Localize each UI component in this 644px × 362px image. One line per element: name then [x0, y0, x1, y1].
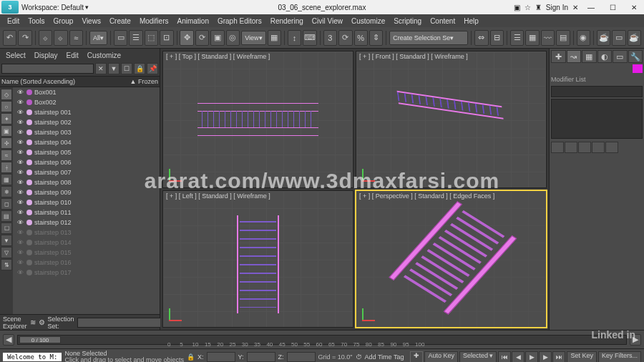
- list-item[interactable]: 👁stairstep 015: [13, 248, 160, 258]
- filter-xref-icon[interactable]: ☐: [1, 222, 12, 234]
- link-icon[interactable]: ⟐: [39, 30, 52, 46]
- filter-bone-icon[interactable]: ⟊: [1, 162, 12, 173]
- angle-snap-icon[interactable]: ⟳: [338, 30, 352, 46]
- schematic-icon[interactable]: ▤: [556, 30, 570, 46]
- named-selection-dropdown[interactable]: Create Selection Se ▾: [389, 31, 468, 45]
- create-tab-icon[interactable]: ✚: [551, 50, 566, 63]
- redo-icon[interactable]: ↷: [18, 30, 31, 46]
- sign-in-link[interactable]: Sign In: [546, 4, 568, 11]
- se-menu-customize[interactable]: Customize: [83, 52, 125, 59]
- viewport-left[interactable]: [ + ] [ Left ] [ Standard ] [ Wireframe …: [162, 190, 353, 328]
- tb-icon[interactable]: ▣: [514, 4, 520, 11]
- visibility-icon[interactable]: 👁: [16, 129, 24, 136]
- visibility-icon[interactable]: 👁: [16, 159, 24, 166]
- filter-camera-icon[interactable]: ▣: [1, 125, 12, 137]
- object-color-swatch[interactable]: [633, 64, 643, 73]
- list-item[interactable]: 👁stairstep 005: [13, 147, 160, 157]
- selection-set-dropdown[interactable]: [77, 318, 162, 328]
- pin-icon[interactable]: 📌: [147, 63, 158, 74]
- toggle-ribbon-icon[interactable]: ▦: [525, 30, 539, 46]
- filter-light-icon[interactable]: ✦: [1, 113, 12, 124]
- menu-rendering[interactable]: Rendering: [266, 17, 308, 25]
- next-frame-icon[interactable]: ▶: [539, 351, 552, 363]
- list-item[interactable]: 👁stairstep 004: [13, 137, 160, 147]
- curve-editor-icon[interactable]: 〰: [541, 30, 555, 46]
- undo-icon[interactable]: ↶: [3, 30, 16, 46]
- select-icon[interactable]: ▭: [114, 30, 127, 46]
- filter-space-icon[interactable]: ≈: [1, 150, 12, 161]
- viewport-top[interactable]: [ + ] [ Top ] [ Standard ] [ Wireframe ]: [162, 51, 353, 188]
- tb-icon[interactable]: ☆: [525, 4, 531, 11]
- viewport-front[interactable]: [ + ] [ Front ] [ Standard ] [ Wireframe…: [356, 51, 547, 188]
- filter-all-icon[interactable]: ▼: [1, 235, 12, 246]
- list-item[interactable]: 👁stairstep 001: [13, 107, 160, 117]
- clear-search-icon[interactable]: ✕: [95, 63, 107, 74]
- filter-container-icon[interactable]: ▦: [1, 174, 12, 185]
- add-time-tag[interactable]: Add Time Tag: [365, 353, 404, 361]
- time-slider-knob[interactable]: 0 / 100: [19, 336, 61, 343]
- mirror-icon[interactable]: ⇔: [474, 30, 488, 46]
- coord-x-input[interactable]: [207, 352, 235, 362]
- selected-key-dropdown[interactable]: Selected ▾: [459, 351, 497, 363]
- list-item[interactable]: 👁stairstep 016: [13, 258, 160, 268]
- visibility-icon[interactable]: 👁: [16, 239, 24, 246]
- search-input[interactable]: [1, 64, 94, 74]
- filter-invert-icon[interactable]: ⇅: [1, 259, 12, 270]
- se-menu-edit[interactable]: Edit: [62, 52, 83, 59]
- utilities-tab-icon[interactable]: 🔧: [628, 50, 643, 63]
- filter-hidden-icon[interactable]: ◻: [1, 198, 12, 210]
- list-item[interactable]: 👁Box002: [13, 97, 160, 107]
- visibility-icon[interactable]: 👁: [16, 259, 24, 266]
- hierarchy-tab-icon[interactable]: ▦: [582, 50, 597, 63]
- render-frame-icon[interactable]: ▭: [612, 30, 625, 46]
- se-menu-select[interactable]: Select: [1, 52, 30, 59]
- filter-group-icon[interactable]: ▤: [1, 210, 12, 222]
- layer-explorer-icon[interactable]: ☰: [510, 30, 524, 46]
- close-button[interactable]: ✕: [625, 4, 643, 11]
- filter-geom-icon[interactable]: ◇: [1, 89, 12, 100]
- menu-modifiers[interactable]: Modifiers: [135, 17, 173, 25]
- lock-icon[interactable]: 🔒: [134, 63, 145, 74]
- spinner-snap-icon[interactable]: ⇕: [369, 30, 383, 46]
- list-item[interactable]: 👁stairstep 010: [13, 197, 160, 207]
- view-icon[interactable]: ☐: [121, 63, 132, 74]
- select-name-icon[interactable]: ☰: [129, 30, 142, 46]
- tb-icon[interactable]: ♜: [535, 4, 542, 11]
- unlink-icon[interactable]: ⟐: [54, 30, 67, 46]
- move-icon[interactable]: ✥: [180, 30, 193, 46]
- help-icon[interactable]: ✕: [572, 4, 578, 11]
- filter-shape-icon[interactable]: ○: [1, 101, 12, 112]
- ref-coord-dropdown[interactable]: View ▾: [241, 31, 265, 45]
- timeline-prev-icon[interactable]: ◀: [3, 334, 14, 346]
- modifier-stack[interactable]: [551, 99, 643, 139]
- unique-icon[interactable]: [578, 142, 591, 153]
- modify-tab-icon[interactable]: ↝: [567, 50, 582, 63]
- visibility-icon[interactable]: 👁: [16, 99, 24, 106]
- visibility-icon[interactable]: 👁: [16, 219, 24, 226]
- visibility-icon[interactable]: 👁: [16, 229, 24, 236]
- visibility-icon[interactable]: 👁: [16, 199, 24, 206]
- visibility-icon[interactable]: 👁: [16, 119, 24, 126]
- viewport-perspective[interactable]: [ + ] [ Perspective ] [ Standard ] [ Edg…: [356, 190, 547, 328]
- render-setup-icon[interactable]: ☕: [597, 30, 610, 46]
- scene-explorer-header[interactable]: Name (Sorted Ascending) ▲ Frozen: [0, 76, 160, 87]
- lock-selection-icon[interactable]: 🔒: [187, 353, 195, 361]
- list-item[interactable]: 👁stairstep 012: [13, 217, 160, 228]
- goto-end-icon[interactable]: ⏭: [552, 351, 565, 363]
- visibility-icon[interactable]: 👁: [16, 89, 24, 96]
- menu-animation[interactable]: Animation: [172, 17, 213, 25]
- visibility-icon[interactable]: 👁: [16, 169, 24, 176]
- rect-select-icon[interactable]: ⬚: [145, 30, 158, 46]
- pivot-icon[interactable]: ▦: [268, 30, 281, 46]
- visibility-icon[interactable]: 👁: [16, 189, 24, 196]
- list-item[interactable]: 👁stairstep 008: [13, 177, 160, 187]
- menu-help[interactable]: Help: [459, 17, 483, 25]
- maxscript-listener[interactable]: Welcome to M:: [3, 353, 62, 361]
- window-crossing-icon[interactable]: ⊡: [160, 30, 173, 46]
- time-ruler[interactable]: 0510152025303540455055606570758085909510…: [167, 341, 415, 347]
- list-item[interactable]: 👁stairstep 014: [13, 238, 160, 248]
- set-key-button[interactable]: Set Key: [567, 351, 597, 363]
- menu-content[interactable]: Content: [426, 17, 459, 25]
- list-item[interactable]: 👁stairstep 003: [13, 127, 160, 137]
- selection-filter-dropdown[interactable]: All ▾: [89, 31, 107, 45]
